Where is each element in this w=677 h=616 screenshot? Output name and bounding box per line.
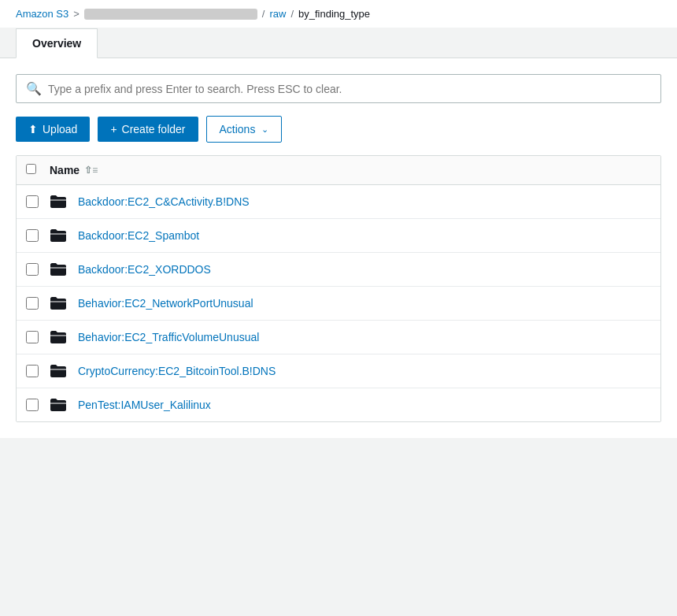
- tab-overview[interactable]: Overview: [16, 28, 98, 58]
- folder-icon-2: [50, 262, 73, 276]
- search-input[interactable]: [48, 83, 651, 95]
- row-name-2[interactable]: Backdoor:EC2_XORDDOS: [78, 263, 211, 276]
- plus-icon: +: [110, 123, 117, 135]
- toolbar: ⬆ Upload + Create folder Actions ⌄: [16, 116, 661, 143]
- folder-icon-6: [50, 398, 73, 412]
- actions-chevron-icon: ⌄: [261, 124, 268, 135]
- file-table: Name ⇧≡ Backdoor:EC2_C&CActivity.B!DNS: [16, 155, 661, 422]
- row-checkbox-cell: [26, 365, 50, 377]
- breadcrumb: Amazon S3 > / raw / by_finding_type: [0, 0, 677, 28]
- row-name-5[interactable]: CryptoCurrency:EC2_BitcoinTool.B!DNS: [78, 365, 276, 377]
- folder-icon-4: [50, 330, 73, 344]
- name-column-header: Name ⇧≡: [50, 164, 98, 176]
- folder-icon-0: [50, 195, 73, 209]
- row-checkbox-1[interactable]: [26, 229, 39, 242]
- folder-icon-5: [50, 364, 73, 378]
- row-name-0[interactable]: Backdoor:EC2_C&CActivity.B!DNS: [78, 195, 250, 208]
- sort-icon[interactable]: ⇧≡: [84, 165, 98, 176]
- table-row: CryptoCurrency:EC2_BitcoinTool.B!DNS: [17, 354, 660, 388]
- breadcrumb-s3-link[interactable]: Amazon S3: [16, 8, 68, 20]
- breadcrumb-raw-link[interactable]: raw: [269, 8, 286, 20]
- breadcrumb-sep3: /: [290, 8, 294, 20]
- table-row: Behavior:EC2_TrafficVolumeUnusual: [17, 321, 660, 354]
- row-name-4[interactable]: Behavior:EC2_TrafficVolumeUnusual: [78, 331, 259, 343]
- row-checkbox-cell: [26, 263, 50, 276]
- table-row: Backdoor:EC2_C&CActivity.B!DNS: [17, 185, 660, 219]
- table-row: PenTest:IAMUser_Kalilinux: [17, 388, 660, 421]
- folder-icon-1: [50, 228, 73, 243]
- table-row: Backdoor:EC2_XORDDOS: [17, 253, 660, 287]
- row-checkbox-cell: [26, 399, 50, 411]
- header-checkbox-cell: [26, 164, 50, 176]
- table-row: Behavior:EC2_NetworkPortUnusual: [17, 287, 660, 321]
- breadcrumb-finding-type: by_finding_type: [298, 8, 370, 20]
- main-content: 🔍 ⬆ Upload + Create folder Actions ⌄ Nam…: [0, 58, 677, 438]
- actions-button[interactable]: Actions ⌄: [206, 116, 283, 143]
- table-header: Name ⇧≡: [17, 156, 660, 185]
- row-checkbox-0[interactable]: [26, 195, 39, 208]
- tabs-container: Overview: [0, 28, 677, 58]
- search-icon: 🔍: [26, 81, 42, 96]
- breadcrumb-sep1: >: [73, 8, 80, 20]
- breadcrumb-sep2: /: [262, 8, 265, 20]
- breadcrumb-bucket: [84, 9, 257, 20]
- create-folder-button[interactable]: + Create folder: [98, 117, 198, 142]
- row-checkbox-cell: [26, 331, 50, 343]
- row-checkbox-2[interactable]: [26, 263, 39, 276]
- row-checkbox-cell: [26, 297, 50, 310]
- table-row: Backdoor:EC2_Spambot: [17, 219, 660, 253]
- row-name-1[interactable]: Backdoor:EC2_Spambot: [78, 229, 199, 242]
- row-checkbox-6[interactable]: [26, 399, 39, 411]
- upload-icon: ⬆: [28, 123, 38, 135]
- row-checkbox-cell: [26, 229, 50, 242]
- row-checkbox-cell: [26, 195, 50, 208]
- select-all-checkbox[interactable]: [26, 164, 36, 174]
- row-checkbox-4[interactable]: [26, 331, 39, 343]
- row-checkbox-3[interactable]: [26, 297, 39, 310]
- search-container: 🔍: [16, 74, 661, 103]
- folder-icon-3: [50, 296, 73, 310]
- upload-button[interactable]: ⬆ Upload: [16, 117, 90, 142]
- row-name-3[interactable]: Behavior:EC2_NetworkPortUnusual: [78, 297, 253, 310]
- row-name-6[interactable]: PenTest:IAMUser_Kalilinux: [78, 399, 211, 411]
- row-checkbox-5[interactable]: [26, 365, 39, 377]
